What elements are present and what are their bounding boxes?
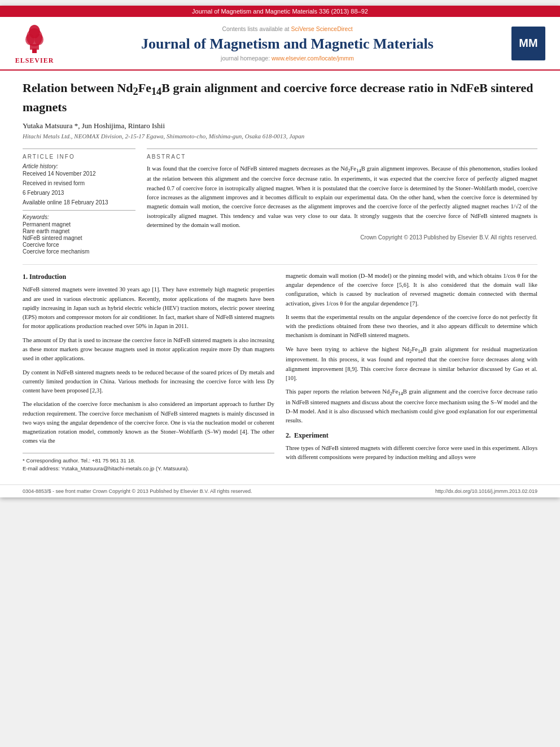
body-para-4: The elucidation of the coercive force me… <box>23 400 274 445</box>
section-number: 1. <box>23 273 28 281</box>
keyword-1: Permanent magnet <box>23 221 135 228</box>
journal-homepage: journal homepage: www.elsevier.com/locat… <box>221 55 354 62</box>
body-para-2: The amount of Dy that is used to increas… <box>23 336 274 364</box>
journal-issue-bar: Journal of Magnetism and Magnetic Materi… <box>0 6 560 17</box>
elsevier-tree-icon <box>18 21 51 55</box>
bottom-bar: 0304-8853/$ - see front matter Crown Cop… <box>0 484 560 497</box>
right-para-5: Three types of NdFeB sintered magnets wi… <box>286 444 537 462</box>
article-title: Relation between Nd2Fe14B grain alignmen… <box>23 80 537 116</box>
homepage-link[interactable]: www.elsevier.com/locate/jmmm <box>272 55 354 62</box>
authors: Yutaka Matsuura *, Jun Hoshijima, Rintar… <box>23 121 537 130</box>
journal-header: ELSEVIER Contents lists available at Sci… <box>0 17 560 71</box>
svg-point-5 <box>29 25 40 38</box>
experiment-section-title: 2. Experiment <box>286 430 537 441</box>
keyword-3: NdFeB sintered magnet <box>23 235 135 241</box>
keywords-label: Keywords: <box>23 214 135 220</box>
issn-text: 0304-8853/$ - see front matter Crown Cop… <box>23 488 252 494</box>
journal-title: Journal of Magnetism and Magnetic Materi… <box>141 36 434 53</box>
section-divider <box>23 264 537 265</box>
abstract-title: ABSTRACT <box>147 154 537 160</box>
article-info-box: ARTICLE INFO Article history: Received 1… <box>23 148 135 255</box>
revised-label: Received in revised form <box>23 180 135 186</box>
body-right-col: magnetic domain wall motion (D–M model) … <box>286 272 537 473</box>
history-label: Article history: <box>23 163 135 169</box>
abstract-section: ABSTRACT It was found that the coercive … <box>147 148 537 255</box>
right-para-4: This paper reports the relation between … <box>286 387 537 425</box>
intro-section-title: 1. Introduction <box>23 272 274 282</box>
abstract-text: It was found that the coercive force of … <box>147 164 537 230</box>
corresponding-author: * Corresponding author. Tel.: +81 75 961… <box>23 457 274 465</box>
body-two-col: 1. Introduction NdFeB sintered magnets w… <box>23 272 537 473</box>
right-para-2: It seems that the experimental results o… <box>286 313 537 340</box>
body-para-3: Dy content in NdFeB sintered magnets nee… <box>23 368 274 396</box>
page: Journal of Magnetism and Magnetic Materi… <box>0 6 560 497</box>
journal-logo-box: MM <box>506 21 551 65</box>
keyword-4: Coercive force <box>23 242 135 248</box>
email-address: E-mail address: Yutaka_Matsuura@hitachi-… <box>23 465 274 473</box>
right-para-3: We have been trying to achieve the highe… <box>286 345 537 383</box>
body-para-1: NdFeB sintered magnets were invented 30 … <box>23 285 274 331</box>
article-content: Relation between Nd2Fe14B grain alignmen… <box>0 71 560 484</box>
revised-date: 6 February 2013 <box>23 190 135 196</box>
keyword-5: Coercive force mechanism <box>23 248 135 255</box>
author-names: Yutaka Matsuura *, Jun Hoshijima, Rintar… <box>23 121 165 130</box>
doi-text: http://dx.doi.org/10.1016/j.jmmm.2013.02… <box>435 488 537 494</box>
info-abstract-row: ARTICLE INFO Article history: Received 1… <box>23 148 537 255</box>
mm-logo: MM <box>511 27 545 60</box>
keywords-section: Keywords: Permanent magnet Rare earth ma… <box>23 210 135 255</box>
sciverse-name: SciVerse ScienceDirect <box>291 25 352 32</box>
right-para-1: magnetic domain wall motion (D–M model) … <box>286 272 537 308</box>
copyright-text: Crown Copyright © 2013 Published by Else… <box>147 234 537 241</box>
received-date: Received 14 November 2012 <box>23 171 135 177</box>
journal-issue-text: Journal of Magnetism and Magnetic Materi… <box>192 8 368 15</box>
sciverse-link: Contents lists available at SciVerse Sci… <box>222 25 352 32</box>
body-left-col: 1. Introduction NdFeB sintered magnets w… <box>23 272 274 473</box>
keyword-2: Rare earth magnet <box>23 228 135 234</box>
affiliation: Hitachi Metals Ltd., NEOMAX Division, 2-… <box>23 133 537 139</box>
elsevier-label: ELSEVIER <box>15 56 54 65</box>
footnote-area: * Corresponding author. Tel.: +81 75 961… <box>23 453 274 473</box>
journal-title-area: Contents lists available at SciVerse Sci… <box>69 21 506 65</box>
available-date: Available online 18 February 2013 <box>23 199 135 206</box>
elsevier-logo: ELSEVIER <box>9 21 60 65</box>
section-title-text: Introduction <box>29 273 66 281</box>
article-info-title: ARTICLE INFO <box>23 154 135 160</box>
